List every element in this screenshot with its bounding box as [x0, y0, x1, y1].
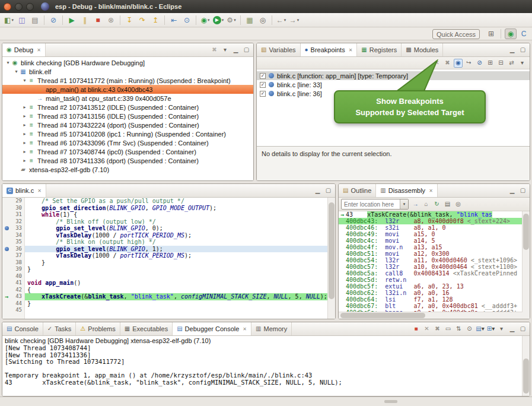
tab-outline[interactable]: ▤Outline	[339, 184, 376, 197]
maximize-icon[interactable]: ▢	[518, 46, 527, 55]
close-tab-icon[interactable]: ✕	[349, 47, 353, 53]
location-combo[interactable]: ▾	[341, 199, 409, 210]
code-line[interactable]: 44}	[2, 300, 335, 307]
collapse-all-icon[interactable]: ⊟	[496, 59, 505, 68]
code-line[interactable]: 45	[2, 307, 335, 314]
tree-expander-icon[interactable]: ▾	[13, 69, 20, 74]
debug-tree-row[interactable]: ▸≡Thread #5 1073410208 (ipc1 : Running) …	[2, 129, 253, 138]
forward-icon[interactable]: →▾	[288, 14, 300, 26]
tab-memory[interactable]: ▥Memory	[251, 322, 292, 335]
minimize-icon[interactable]: ▁	[508, 46, 517, 55]
remove-all-terminated-icon[interactable]: ✖	[210, 46, 219, 55]
scrollbar-thumb[interactable]	[523, 359, 529, 394]
tab-debugger-console[interactable]: ▤Debugger Console✕	[173, 322, 251, 335]
skip-all-breakpoints-icon[interactable]: ⊘	[47, 14, 59, 26]
new-wizard-icon[interactable]: ◧▾	[3, 14, 15, 26]
disassembly-row[interactable]: 400dbc54: l32r a11, 0x400d0460 <_stext+1…	[339, 257, 530, 264]
debug-tree-row[interactable]: →app_main() at blink.c:43 0x400dbc43	[2, 85, 253, 94]
view-menu-icon[interactable]: ▾	[518, 59, 527, 68]
tree-expander-icon[interactable]: ▸	[21, 140, 28, 145]
maximize-icon[interactable]: ▢	[518, 186, 527, 195]
instruction-pointer-icon[interactable]: →	[2, 293, 11, 300]
tree-expander-icon[interactable]: ▾	[5, 60, 11, 65]
view-menu-icon[interactable]: ▾	[221, 46, 230, 55]
debug-tree-row[interactable]: ▾◉blink checking [GDB Hardware Debugging…	[2, 58, 253, 67]
save-icon[interactable]: ◫	[16, 14, 28, 26]
clear-console-icon[interactable]: ▭	[444, 325, 453, 334]
tab-modules[interactable]: ▩Modules	[402, 43, 443, 56]
tree-expander-icon[interactable]: ▸	[21, 104, 28, 110]
disassembly-vertical-scrollbar[interactable]	[522, 211, 530, 319]
debug-perspective-button[interactable]: ◉	[505, 28, 517, 39]
disassembly-row[interactable]: 400dbc5f: extui a6, a0, 23, 13	[339, 283, 530, 290]
tree-expander-icon[interactable]: ▸	[21, 158, 28, 163]
build-all-icon[interactable]: ▦	[244, 14, 256, 26]
debug-tree-row[interactable]: ▸≡Thread #6 1073433096 (Tmr Svc) (Suspen…	[2, 138, 253, 147]
close-tab-icon[interactable]: ✕	[37, 47, 41, 53]
open-perspective-icon[interactable]: ⊞	[485, 28, 497, 39]
step-over-icon[interactable]: ↷	[136, 14, 148, 26]
console-output[interactable]: blink checking [GDB Hardware Debugging] …	[2, 336, 530, 396]
code-line[interactable]: 34 vTaskDelay(1000 / portTICK_PERIOD_MS)…	[2, 232, 335, 239]
code-line[interactable]: 41void app_main()	[2, 280, 335, 287]
open-console-icon[interactable]: ⊞▾	[486, 325, 495, 334]
code-line[interactable]: 30 gpio_set_direction(BLINK_GPIO, GPIO_M…	[2, 205, 335, 212]
code-line[interactable]: 32 /* Blink off (output low) */	[2, 218, 335, 226]
home-icon[interactable]: ⌂	[422, 200, 431, 209]
scrollbar-thumb[interactable]	[340, 313, 425, 318]
location-input[interactable]	[342, 201, 400, 208]
disassembly-row[interactable]: 400dbc4c: movi a14, 5	[339, 237, 530, 244]
cpp-perspective-button[interactable]: C	[518, 28, 530, 39]
tree-expander-icon[interactable]: ▸	[21, 122, 28, 128]
refresh-icon[interactable]: ↻	[432, 200, 441, 209]
close-tab-icon[interactable]: ✕	[37, 188, 42, 194]
scrollbar-thumb[interactable]	[523, 214, 529, 250]
terminate-icon[interactable]: ■	[92, 14, 104, 26]
tree-expander-icon[interactable]: ▸	[21, 149, 28, 154]
disassembly-row[interactable]: 400dbc67: blt a7, a0, 0x400dbc81 <__addd…	[339, 303, 530, 309]
disassembly-horizontal-scrollbar[interactable]	[339, 312, 523, 319]
disassembly-row[interactable]: 400dbc57: l32r a10, 0x400d0464 <_stext+1…	[339, 264, 530, 270]
tab-variables[interactable]: ▧Variables	[257, 43, 301, 56]
editor-vertical-scrollbar[interactable]	[327, 198, 335, 319]
disassembly-row[interactable]: 400dbc5a: call8 0x40084314 <xTaskCreateP…	[339, 270, 530, 277]
show-source-icon[interactable]: ▤	[443, 200, 452, 209]
tree-expander-icon[interactable]: ▸	[21, 113, 28, 119]
console-vertical-scrollbar[interactable]	[522, 336, 530, 396]
window-maximize-button[interactable]	[26, 3, 34, 11]
disassembly-row[interactable]: 400dbc64: lsi f7, a1, 128	[339, 296, 530, 303]
breakpoint-checkbox[interactable]: ✓	[260, 82, 266, 88]
debug-tree-row[interactable]: ▰xtensa-esp32-elf-gdb (7.10)	[2, 165, 253, 174]
maximize-icon[interactable]: ▢	[518, 325, 527, 334]
debug-tree-row[interactable]: ▾▦blink.elf	[2, 67, 253, 76]
remove-launch-icon[interactable]: ✕	[422, 325, 431, 334]
back-icon[interactable]: ←▾	[275, 14, 287, 26]
tab-console[interactable]: ▤Console	[2, 322, 43, 335]
remove-all-launches-icon[interactable]: ✖	[433, 325, 442, 334]
code-line[interactable]: →43 xTaskCreate(&blink_task, "blink_task…	[2, 293, 335, 300]
code-line[interactable]: 35 /* Blink on (output high) */	[2, 239, 335, 246]
link-with-debug-icon[interactable]: ⇄	[507, 59, 516, 68]
code-line[interactable]: 37 vTaskDelay(1000 / portTICK_PERIOD_MS)…	[2, 252, 335, 259]
instruction-stepping-icon[interactable]: ⊙	[181, 14, 193, 26]
window-close-button[interactable]	[4, 3, 11, 11]
run-dropdown-icon[interactable]: ▶▾	[212, 14, 224, 26]
suspend-icon[interactable]: ∥	[79, 14, 91, 26]
display-selected-console-icon[interactable]: ▤▾	[476, 325, 485, 334]
breakpoint-marker[interactable]	[2, 225, 11, 232]
pin-console-icon[interactable]: ⊙	[465, 325, 474, 334]
goto-address-icon[interactable]: →	[411, 200, 420, 209]
disassembly-row[interactable]: 400dbc62: l32i.n a0, a0, 16	[339, 290, 530, 296]
close-tab-icon[interactable]: ✕	[243, 326, 247, 332]
window-minimize-button[interactable]	[15, 3, 23, 11]
breakpoint-checkbox[interactable]: ✓	[260, 73, 266, 79]
drop-to-frame-icon[interactable]: ⇤	[168, 14, 180, 26]
step-return-icon[interactable]: ↥	[149, 14, 161, 26]
code-line[interactable]: 39}	[2, 266, 335, 273]
tab-executables[interactable]: ▦Executables	[120, 322, 173, 335]
code-line[interactable]: 42{	[2, 287, 335, 294]
step-into-icon[interactable]: ↧	[123, 14, 135, 26]
code-line[interactable]: 31 while(1) {	[2, 211, 335, 218]
minimize-icon[interactable]: ▁	[508, 325, 517, 334]
disassembly-view[interactable]: →43 xTaskCreate(&blink_task, "blink_tas4…	[339, 211, 530, 319]
